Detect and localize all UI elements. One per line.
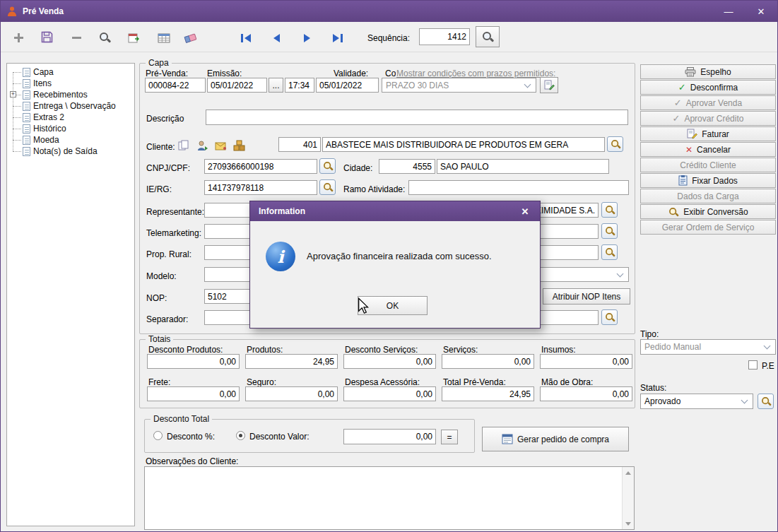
descricao-input[interactable] (206, 110, 628, 125)
cliente-person-button[interactable] (194, 136, 212, 155)
view-sequence-button[interactable] (476, 26, 500, 47)
tree-item-itens[interactable]: Itens (23, 78, 52, 89)
total-pre-venda-input[interactable] (442, 386, 534, 401)
sequencia-input[interactable] (419, 28, 470, 45)
fixar-dados-button[interactable]: Fixar Dados (640, 173, 776, 188)
ie-rg-input[interactable] (204, 180, 317, 195)
desconto-valor-input[interactable] (343, 429, 436, 444)
validade-input[interactable] (316, 78, 379, 93)
insumos-input[interactable] (540, 354, 632, 369)
search-button[interactable] (95, 28, 114, 47)
desconto-produtos-input[interactable] (147, 354, 240, 369)
produtos-input[interactable] (245, 354, 338, 369)
mao-de-obra-label: Mão de Obra: (541, 377, 593, 387)
tree-item-recebimentos[interactable]: Recebimentos (23, 89, 88, 100)
dialog-close-button[interactable]: ✕ (510, 201, 540, 221)
status-combo[interactable]: Aprovado (640, 394, 753, 409)
arrow-up-icon (625, 471, 631, 475)
add-button[interactable] (9, 28, 28, 47)
status-value: Aprovado (644, 396, 680, 406)
espelho-button[interactable]: Espelho (640, 64, 776, 79)
servicos-input[interactable] (442, 354, 534, 369)
tree-item-entrega-observacao[interactable]: Entrega \ Observação (23, 100, 116, 112)
prev-record-icon (271, 33, 282, 43)
desconto-valor-radio[interactable] (236, 431, 245, 440)
magnifier-icon (323, 182, 333, 192)
clear-button[interactable] (182, 29, 200, 47)
status-search-button[interactable] (758, 394, 774, 409)
cliente-mail-button[interactable] (212, 136, 230, 155)
desconfirma-button[interactable]: ✓ Desconfirma (640, 80, 776, 95)
scroll-down-button[interactable] (623, 518, 634, 529)
minimize-button[interactable]: — (712, 1, 745, 22)
cnpj-input[interactable] (204, 159, 317, 174)
ok-button[interactable]: OK (358, 296, 428, 315)
tree-item-capa[interactable]: Capa (23, 66, 54, 78)
mao-de-obra-input[interactable] (540, 386, 632, 401)
desconto-percent-radio[interactable] (153, 431, 163, 440)
desconto-servicos-input[interactable] (343, 354, 436, 369)
emissao-time-input[interactable] (285, 78, 314, 93)
emissao-more-button[interactable]: ... (269, 78, 283, 93)
tree-item-notas-de-saida[interactable]: Nota(s) de Saída (23, 146, 98, 157)
nav-next-button[interactable] (297, 29, 316, 47)
telemarketing-search-button[interactable] (601, 223, 618, 239)
save-button[interactable] (37, 28, 56, 46)
grid-view-button[interactable] (155, 29, 173, 47)
cliente-code-input[interactable] (278, 137, 321, 152)
capa-group-label: Capa (146, 58, 172, 68)
magnifier-icon (99, 32, 110, 43)
cliente-copy-button[interactable] (175, 136, 194, 155)
separador-search-button[interactable] (601, 309, 618, 325)
despesa-acessoria-input[interactable] (343, 386, 436, 401)
frete-input[interactable] (147, 386, 240, 401)
atribuir-nop-itens-button[interactable]: Atribuir NOP Itens (543, 288, 630, 305)
seguro-input[interactable] (245, 386, 338, 401)
exibir-conversao-button[interactable]: Exibir Conversão (640, 204, 776, 219)
cliente-name-input[interactable] (322, 137, 605, 152)
pre-venda-window: Pré Venda — ✕ Sequência: (0, 0, 778, 532)
tree-item-extras-2[interactable]: Extras 2 (23, 112, 64, 123)
prop-rural-search-button[interactable] (601, 244, 618, 260)
status-label: Status: (640, 383, 666, 393)
faturar-button[interactable]: Faturar (640, 126, 776, 141)
vertical-scrollbar[interactable] (622, 467, 634, 529)
cliente-products-button[interactable] (230, 136, 249, 155)
main-toolbar: Sequência: (1, 22, 778, 52)
cidade-code-input[interactable] (379, 159, 435, 174)
pe-checkbox[interactable] (748, 360, 758, 370)
despesa-acessoria-label: Despesa Acessória: (345, 377, 420, 387)
tree-expander-recebimentos[interactable]: + (10, 91, 16, 97)
nav-first-button[interactable] (237, 29, 255, 47)
ramo-atividade-label: Ramo Atividade: (343, 184, 405, 194)
nav-prev-button[interactable] (267, 29, 285, 47)
cnpj-search-button[interactable] (319, 158, 336, 174)
condicao-edit-button[interactable] (540, 77, 558, 93)
tipo-combo: Pedido Manual (640, 339, 776, 355)
gerar-pedido-compra-button[interactable]: Gerar pedido de compra (482, 427, 629, 451)
remove-button[interactable] (67, 28, 86, 47)
emissao-date-input[interactable] (207, 78, 267, 93)
scroll-up-button[interactable] (623, 467, 634, 478)
cidade-name-input[interactable] (437, 159, 609, 174)
ie-rg-search-button[interactable] (319, 179, 336, 195)
nav-last-button[interactable] (328, 29, 346, 47)
last-record-icon (331, 33, 343, 43)
tree-item-moeda[interactable]: Moeda (23, 134, 59, 146)
window-title: Pré Venda (23, 6, 64, 16)
equals-button[interactable]: = (441, 430, 458, 444)
tree-item-historico[interactable]: Histórico (23, 123, 66, 134)
close-button[interactable]: ✕ (745, 1, 777, 22)
observacoes-cliente-label: Observações do Cliente: (146, 456, 238, 466)
cancelar-button[interactable]: ✕ Cancelar (640, 142, 776, 157)
tree-item-label: Capa (33, 67, 54, 77)
cliente-search-button[interactable] (607, 136, 623, 152)
ramo-atividade-input[interactable] (408, 180, 629, 195)
export-button[interactable] (125, 29, 143, 47)
condicao-prazos-link[interactable]: Mostrar condições com prazos permitidos: (396, 69, 555, 78)
representante-search-button[interactable] (601, 202, 618, 218)
cnpj-label: CNPJ/CPF: (146, 163, 190, 173)
observacoes-cliente-textarea[interactable] (144, 466, 635, 530)
pre-venda-input[interactable] (145, 78, 206, 93)
dados-da-carga-button: Dados da Carga (640, 189, 776, 203)
